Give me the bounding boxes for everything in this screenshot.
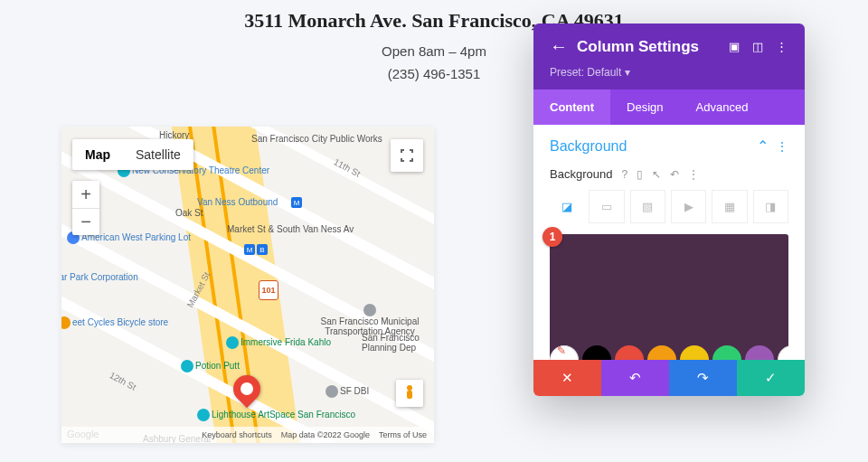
poi-label: Immersive Frida Kahlo bbox=[241, 337, 331, 347]
map-type-switch: Map Satellite bbox=[72, 139, 193, 170]
streetview-pegman[interactable] bbox=[396, 380, 423, 407]
color-picker-button[interactable] bbox=[550, 345, 579, 360]
kebab-icon[interactable]: ⋮ bbox=[774, 40, 788, 54]
transit-icon: M bbox=[291, 197, 302, 208]
cancel-button[interactable]: ✕ bbox=[533, 360, 601, 396]
background-type-tabs: ◪ ▭ ▧ ▶ ▦ ◨ bbox=[550, 190, 788, 223]
map-type-map[interactable]: Map bbox=[72, 139, 123, 170]
kebab-icon[interactable]: ⋮ bbox=[776, 139, 788, 154]
bg-gradient-tab[interactable]: ▭ bbox=[589, 190, 624, 223]
poi-label: Lighthouse ArtSpace San Francisco bbox=[212, 410, 355, 420]
preset-selector[interactable]: Preset: Default ▾ bbox=[533, 66, 805, 90]
device-icon[interactable]: ▯ bbox=[637, 168, 643, 181]
panel-header: ← Column Settings ▣ ◫ ⋮ bbox=[533, 24, 805, 66]
fullscreen-icon bbox=[401, 149, 413, 162]
palette-black[interactable] bbox=[582, 345, 611, 360]
poi-frida[interactable]: Immersive Frida Kahlo bbox=[224, 336, 331, 349]
poi-sf-public-works[interactable]: San Francisco City Public Works bbox=[251, 134, 382, 144]
panel-body: Background ⌃ ⋮ Background ? ▯ ↖ ↶ ⋮ ◪ ▭ … bbox=[533, 125, 805, 360]
bg-video-tab[interactable]: ▶ bbox=[671, 190, 706, 223]
transit-icon: B bbox=[257, 244, 268, 255]
poi-vanness-outbound[interactable]: Van Ness Outbound bbox=[197, 197, 278, 207]
zoom-in-button[interactable]: + bbox=[72, 181, 99, 208]
transit-icon: M bbox=[244, 244, 255, 255]
option-row: Background ? ▯ ↖ ↶ ⋮ bbox=[550, 167, 788, 181]
reset-icon[interactable]: ↶ bbox=[670, 168, 679, 181]
poi-potion-putt[interactable]: Potion Putt bbox=[179, 360, 240, 372]
tab-advanced[interactable]: Advanced bbox=[680, 90, 765, 125]
terms-link[interactable]: Terms of Use bbox=[379, 430, 427, 439]
map-type-satellite[interactable]: Satellite bbox=[123, 139, 193, 170]
palette-white[interactable] bbox=[778, 345, 788, 360]
poi-sfmta[interactable]: San Francisco Municipal Transportation A… bbox=[306, 304, 434, 336]
tab-content[interactable]: Content bbox=[533, 90, 610, 125]
poi-planning[interactable]: San Francisco Planning Dep bbox=[362, 333, 434, 353]
shop-icon bbox=[61, 316, 71, 329]
panel-tabs: Content Design Advanced bbox=[533, 90, 805, 125]
section-title: Background bbox=[550, 138, 627, 155]
section-header[interactable]: Background ⌃ ⋮ bbox=[550, 137, 788, 155]
gov-icon bbox=[363, 304, 376, 316]
svg-rect-1 bbox=[407, 391, 412, 399]
expand-icon[interactable]: ▣ bbox=[727, 40, 741, 54]
step-badge: 1 bbox=[542, 227, 562, 247]
chevron-up-icon[interactable]: ⌃ bbox=[757, 137, 769, 155]
zoom-controls: + − bbox=[72, 181, 99, 235]
layout-icon[interactable]: ◫ bbox=[750, 40, 765, 54]
fullscreen-button[interactable] bbox=[391, 139, 423, 172]
kebab-icon[interactable]: ⋮ bbox=[688, 168, 699, 181]
poi-lighthouse[interactable]: Lighthouse ArtSpace San Francisco bbox=[195, 409, 355, 421]
undo-button[interactable]: ↶ bbox=[601, 360, 669, 396]
map-footer: Keyboard shortcuts Map data ©2022 Google… bbox=[61, 427, 434, 443]
bg-mask-tab[interactable]: ◨ bbox=[753, 190, 788, 223]
help-icon[interactable]: ? bbox=[621, 168, 627, 181]
street-label-oak: Oak St bbox=[175, 208, 203, 218]
poi-label: Potion Putt bbox=[195, 361, 240, 371]
color-swatch[interactable]: 1 bbox=[550, 234, 788, 360]
palette-wrap bbox=[533, 345, 805, 360]
panel-title: Column Settings bbox=[577, 38, 718, 56]
panel-footer: ✕ ↶ ↷ ✓ bbox=[533, 360, 805, 396]
poi-icon bbox=[181, 360, 193, 372]
poi-sfdbi[interactable]: SF DBI bbox=[324, 385, 369, 398]
poi-label: SF DBI bbox=[340, 386, 369, 396]
map-container: San Francisco City Public Works New Cons… bbox=[61, 127, 434, 443]
poi-icon bbox=[226, 336, 239, 349]
palette-purple[interactable] bbox=[745, 345, 774, 360]
save-button[interactable]: ✓ bbox=[737, 360, 805, 396]
svg-point-0 bbox=[407, 385, 412, 391]
poi-market-south-vanness[interactable]: Market St & South Van Ness Av bbox=[227, 224, 354, 234]
bg-pattern-tab[interactable]: ▦ bbox=[712, 190, 747, 223]
palette-yellow[interactable] bbox=[680, 345, 709, 360]
street-label-12th: 12th St bbox=[108, 370, 137, 392]
color-palette bbox=[550, 345, 788, 360]
bg-color-tab[interactable]: ◪ bbox=[550, 190, 583, 223]
keyboard-shortcuts-link[interactable]: Keyboard shortcuts bbox=[202, 430, 272, 439]
map-data-attribution: Map data ©2022 Google bbox=[281, 430, 370, 439]
poi-eet-cycles[interactable]: eet Cycles Bicycle store bbox=[61, 316, 168, 329]
pegman-icon bbox=[402, 384, 417, 402]
palette-orange[interactable] bbox=[647, 345, 676, 360]
poi-label: eet Cycles Bicycle store bbox=[72, 317, 168, 327]
palette-red[interactable] bbox=[615, 345, 644, 360]
palette-green[interactable] bbox=[712, 345, 741, 360]
bg-image-tab[interactable]: ▧ bbox=[630, 190, 665, 223]
option-label: Background bbox=[550, 167, 612, 181]
zoom-out-button[interactable]: − bbox=[72, 208, 99, 235]
back-button[interactable]: ← bbox=[550, 36, 568, 57]
settings-panel: ← Column Settings ▣ ◫ ⋮ Preset: Default … bbox=[533, 24, 805, 396]
tab-design[interactable]: Design bbox=[610, 90, 679, 125]
gov-icon bbox=[326, 385, 338, 398]
redo-button[interactable]: ↷ bbox=[669, 360, 737, 396]
hover-icon[interactable]: ↖ bbox=[652, 168, 661, 181]
poi-icon bbox=[197, 409, 210, 421]
poi-starpark[interactable]: Star Park Corporation bbox=[61, 271, 138, 284]
map[interactable]: San Francisco City Public Works New Cons… bbox=[61, 127, 434, 443]
poi-label: Star Park Corporation bbox=[61, 272, 138, 282]
highway-shield: 101 bbox=[259, 280, 278, 300]
